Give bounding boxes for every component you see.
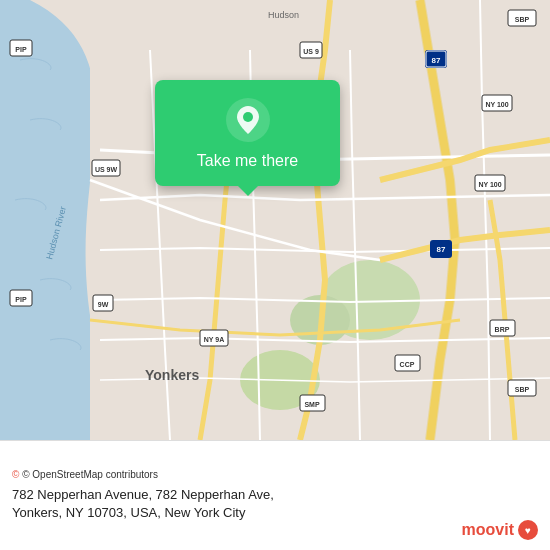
address-text: 782 Nepperhan Avenue, 782 Nepperhan Ave,… xyxy=(12,486,538,522)
svg-text:Hudson: Hudson xyxy=(268,10,299,20)
svg-point-42 xyxy=(243,112,253,122)
map-view: Hudson River xyxy=(0,0,550,440)
svg-text:SBP: SBP xyxy=(515,386,530,393)
svg-text:87: 87 xyxy=(437,245,446,254)
svg-text:PIP: PIP xyxy=(15,296,27,303)
bottom-bar: © © OpenStreetMap contributors 782 Neppe… xyxy=(0,440,550,550)
svg-text:US 9W: US 9W xyxy=(95,166,118,173)
svg-text:NY 9A: NY 9A xyxy=(204,336,225,343)
popup-card[interactable]: Take me there xyxy=(155,80,340,186)
svg-text:SBP: SBP xyxy=(515,16,530,23)
moovit-heart-icon xyxy=(518,520,538,540)
svg-text:CCP: CCP xyxy=(400,361,415,368)
moovit-logo: moovit xyxy=(462,520,538,540)
svg-text:NY 100: NY 100 xyxy=(485,101,508,108)
svg-text:87: 87 xyxy=(432,56,441,65)
svg-text:NY 100: NY 100 xyxy=(478,181,501,188)
svg-text:Yonkers: Yonkers xyxy=(145,367,199,383)
location-pin-icon xyxy=(226,98,270,142)
svg-text:US 9: US 9 xyxy=(303,48,319,55)
svg-text:BRP: BRP xyxy=(495,326,510,333)
svg-text:9W: 9W xyxy=(98,301,109,308)
map-background: Hudson River xyxy=(0,0,550,440)
take-me-there-button[interactable]: Take me there xyxy=(197,152,298,170)
osm-credit: © © OpenStreetMap contributors xyxy=(12,469,538,480)
svg-text:SMP: SMP xyxy=(304,401,320,408)
svg-text:PIP: PIP xyxy=(15,46,27,53)
